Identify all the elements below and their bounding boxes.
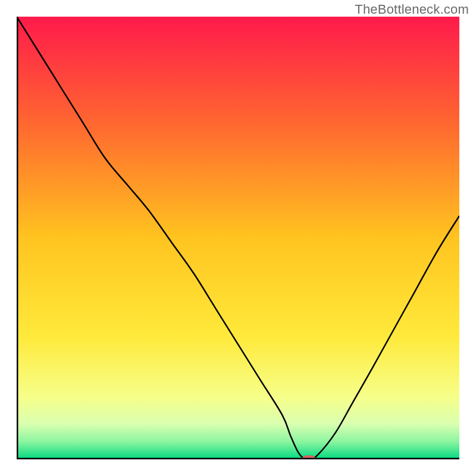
plot-area [17, 17, 459, 459]
gradient-background [17, 17, 459, 459]
watermark-text: TheBottleneck.com [355, 2, 469, 17]
chart-root: TheBottleneck.com [0, 0, 476, 476]
chart-svg [17, 17, 459, 459]
